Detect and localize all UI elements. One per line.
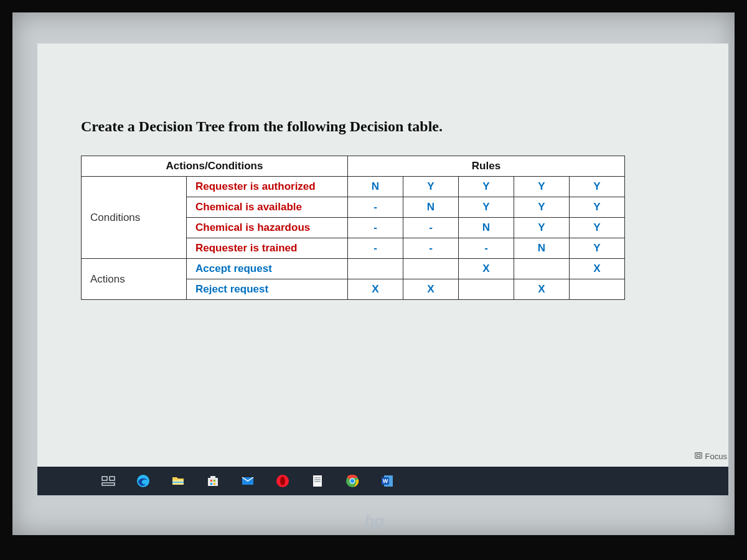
focus-icon [694, 451, 703, 462]
cell: N [403, 197, 459, 218]
svg-rect-18 [314, 477, 321, 478]
laptop-screen: Create a Decision Tree from the followin… [0, 0, 747, 560]
cell: X [459, 259, 514, 279]
cell [514, 259, 570, 279]
svg-rect-9 [210, 476, 215, 478]
condition-name: Requester is trained [187, 238, 348, 259]
display-area: Create a Decision Tree from the followin… [12, 12, 735, 535]
mail-icon[interactable] [239, 472, 256, 490]
condition-name: Requester is authorized [187, 177, 348, 197]
svg-rect-12 [210, 483, 212, 485]
action-name: Accept request [187, 259, 348, 279]
chrome-icon[interactable] [344, 472, 361, 490]
svg-rect-0 [695, 453, 702, 459]
focus-label-text: Focus [705, 452, 727, 461]
cell: Y [514, 177, 570, 197]
cell: Y [570, 238, 625, 259]
word-app-icon[interactable]: W [378, 472, 396, 490]
file-explorer-icon[interactable] [169, 472, 187, 490]
cell [348, 259, 403, 279]
svg-rect-8 [208, 478, 218, 486]
decision-table: Actions/Conditions Rules Conditions Requ… [81, 156, 625, 300]
svg-point-23 [350, 479, 355, 483]
cell: Y [570, 177, 625, 197]
action-name: Reject request [187, 279, 348, 300]
cell: X [403, 279, 459, 300]
cell: N [514, 238, 570, 259]
edge-icon[interactable] [134, 472, 152, 490]
conditions-label: Conditions [82, 177, 187, 259]
table-row: Actions Accept request X X [82, 259, 625, 279]
cell: Y [403, 177, 459, 197]
page-heading: Create a Decision Tree from the followin… [81, 118, 443, 135]
cell: Y [514, 197, 570, 218]
cell: X [570, 259, 625, 279]
svg-text:W: W [383, 478, 388, 484]
cell: N [459, 218, 514, 238]
cell: Y [570, 197, 625, 218]
cell: Y [514, 218, 570, 238]
hp-logo: hp [364, 511, 383, 531]
svg-rect-1 [697, 454, 700, 457]
cell [403, 259, 459, 279]
cell: X [514, 279, 570, 300]
cell: - [348, 197, 403, 218]
svg-point-16 [280, 477, 285, 485]
cell: Y [570, 218, 625, 238]
svg-rect-13 [214, 483, 215, 485]
focus-button[interactable]: Focus [694, 451, 727, 462]
document-page: Create a Decision Tree from the followin… [37, 44, 728, 467]
header-rules: Rules [348, 156, 625, 177]
header-actions-conditions: Actions/Conditions [82, 156, 348, 177]
opera-icon[interactable] [274, 472, 291, 490]
svg-rect-7 [172, 482, 184, 483]
svg-rect-3 [110, 477, 115, 480]
cell: - [348, 238, 403, 259]
svg-rect-11 [214, 480, 215, 482]
table-row: Conditions Requester is authorized N Y Y… [82, 177, 625, 197]
cell: X [348, 279, 403, 300]
cell: - [403, 218, 459, 238]
cell: Y [459, 177, 514, 197]
cell: - [403, 238, 459, 259]
svg-rect-2 [102, 477, 107, 480]
svg-rect-4 [102, 483, 115, 485]
actions-label: Actions [82, 259, 187, 300]
word-doc-icon[interactable] [309, 472, 326, 490]
ms-store-icon[interactable] [204, 472, 222, 490]
cell [570, 279, 625, 300]
cell: Y [459, 197, 514, 218]
cell: - [348, 218, 403, 238]
cell: N [348, 177, 403, 197]
cell: - [459, 238, 514, 259]
condition-name: Chemical is available [187, 197, 348, 218]
svg-rect-10 [210, 480, 212, 482]
condition-name: Chemical is hazardous [187, 218, 348, 238]
windows-taskbar: W [37, 467, 728, 495]
cell [459, 279, 514, 300]
task-view-icon[interactable] [100, 472, 117, 490]
svg-rect-19 [314, 479, 321, 480]
svg-rect-20 [314, 481, 321, 482]
